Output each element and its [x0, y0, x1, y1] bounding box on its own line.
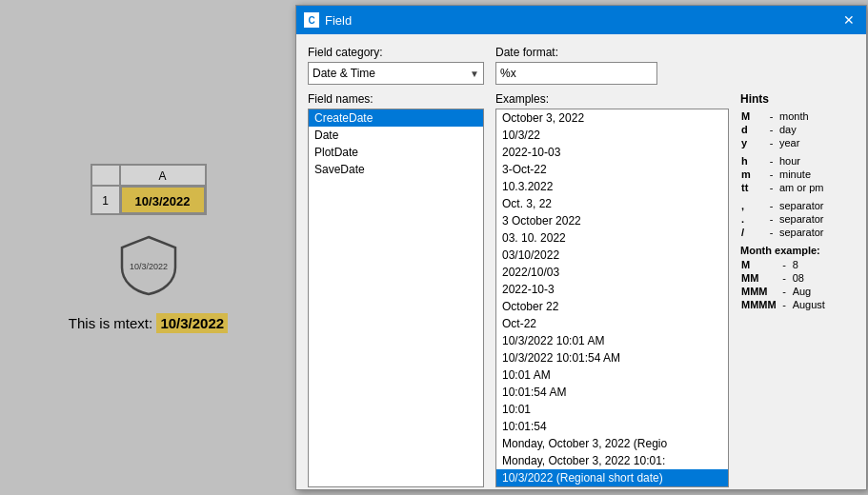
list-item[interactable]: PlotDate: [309, 144, 483, 161]
hint-row: d - day: [740, 123, 855, 136]
hint-dash: -: [764, 181, 778, 194]
hint-key: .: [740, 212, 764, 226]
list-item[interactable]: October 22: [496, 298, 728, 315]
mtext-line: This is mtext: 10/3/2022: [69, 315, 228, 331]
hint-key: m: [740, 168, 764, 181]
dropdown-arrow-icon: ▼: [470, 69, 479, 79]
list-item[interactable]: Monday, October 3, 2022 10:01:: [496, 452, 728, 469]
month-example-row: MMM - Aug: [740, 285, 855, 298]
hint-row: M - month: [740, 109, 855, 123]
list-item[interactable]: 3 October 2022: [496, 212, 728, 229]
examples-section: Examples: October 3, 202210/3/222022-10-…: [495, 92, 729, 487]
hint-row: , - separator: [740, 199, 855, 212]
month-example-title: Month example:: [740, 245, 855, 256]
shield-icon: 10/3/2022: [115, 234, 182, 296]
hint-val: year: [778, 136, 855, 149]
hint-val: separator: [778, 226, 855, 239]
field-category-dropdown[interactable]: Date & Time ▼: [308, 62, 484, 85]
examples-label: Examples:: [495, 92, 729, 106]
list-item[interactable]: 10.3.2022: [496, 178, 728, 195]
list-item[interactable]: 10:01: [496, 401, 728, 418]
list-item[interactable]: 10:01 AM: [496, 366, 728, 384]
list-item[interactable]: 10/3/2022 10:01 AM: [496, 332, 728, 349]
field-category-value: Date & Time: [313, 67, 375, 80]
hint-key: /: [740, 226, 764, 239]
list-item[interactable]: 10/3/2022 (Regional short date): [496, 469, 728, 486]
mtext-date: 10/3/2022: [156, 313, 228, 333]
month-key: MM: [740, 271, 777, 285]
month-val: Aug: [792, 285, 855, 298]
hint-val: separator: [778, 199, 855, 212]
list-item[interactable]: 10:01:54 AM: [496, 384, 728, 401]
hint-row: / - separator: [740, 226, 855, 239]
hint-row: m - minute: [740, 168, 855, 181]
list-item[interactable]: 3-Oct-22: [496, 161, 728, 178]
hint-dash: -: [764, 154, 778, 168]
hint-val: separator: [778, 212, 855, 226]
month-example-row: MM - 08: [740, 271, 855, 285]
hint-dash: -: [764, 226, 778, 239]
field-category-label: Field category:: [308, 46, 484, 59]
list-item[interactable]: Monday, October 3, 2022 (Regio: [496, 435, 728, 452]
top-row: Field category: Date & Time ▼ Date forma…: [308, 46, 855, 85]
svg-text:10/3/2022: 10/3/2022: [129, 262, 167, 271]
cell-header-a: A: [120, 165, 206, 186]
dialog-icon: C: [304, 12, 319, 28]
field-names-label: Field names:: [308, 92, 484, 106]
hints-table: M - monthd - dayy - yearh -: [740, 109, 855, 239]
hints-title: Hints: [740, 92, 855, 106]
cell-date-value: 10/3/2022: [120, 186, 206, 214]
list-item[interactable]: 03. 10. 2022: [496, 229, 728, 247]
hint-row: . - separator: [740, 212, 855, 226]
hint-dash: -: [764, 212, 778, 226]
list-item[interactable]: October 3, 2022: [496, 109, 728, 127]
hint-row: y - year: [740, 136, 855, 149]
hint-val: hour: [778, 154, 855, 168]
field-names-section: Field names: CreateDateDatePlotDateSaveD…: [308, 92, 484, 487]
month-examples-table: M - 8MM - 08MMM - AugMMMM - August: [740, 258, 855, 311]
list-item[interactable]: SaveDate: [309, 161, 483, 178]
mtext-label: This is mtext:: [69, 315, 152, 331]
date-format-input[interactable]: [495, 62, 657, 85]
title-bar-left: C Field: [304, 12, 352, 28]
month-dash: -: [777, 285, 792, 298]
hint-val: day: [778, 123, 855, 136]
dialog-title: Field: [325, 13, 352, 28]
close-button[interactable]: ✕: [839, 10, 858, 30]
list-item[interactable]: 2022-10-3: [496, 281, 728, 298]
hint-key: h: [740, 154, 764, 168]
hint-key: d: [740, 123, 764, 136]
field-names-list[interactable]: CreateDateDatePlotDateSaveDate: [308, 109, 484, 487]
month-val: August: [792, 298, 855, 311]
month-val: 08: [792, 271, 855, 285]
list-item[interactable]: 10/3/2022 10:01:54 AM: [496, 349, 728, 366]
month-key: MMM: [740, 285, 777, 298]
list-item[interactable]: 2022/10/03: [496, 264, 728, 281]
canvas-area: A 1 10/3/2022 10/3/2022 This is mtext: 1…: [0, 0, 296, 495]
hints-section: Hints M - monthd - dayy - yearh: [740, 92, 855, 487]
list-item[interactable]: 03/10/2022: [496, 247, 728, 264]
hint-key: M: [740, 109, 764, 123]
field-category-section: Field category: Date & Time ▼: [308, 46, 484, 85]
hint-dash: -: [764, 123, 778, 136]
list-item[interactable]: 2022-10-03: [496, 144, 728, 161]
title-bar: C Field ✕: [296, 6, 866, 34]
hint-dash: -: [764, 168, 778, 181]
list-item[interactable]: Date: [309, 127, 483, 144]
month-key: M: [740, 258, 777, 271]
examples-list[interactable]: October 3, 202210/3/222022-10-033-Oct-22…: [495, 109, 729, 487]
list-item[interactable]: 10/3/22: [496, 127, 728, 144]
list-item[interactable]: 10:01:54: [496, 418, 728, 435]
middle-row: Field names: CreateDateDatePlotDateSaveD…: [308, 92, 855, 487]
field-dialog: C Field ✕ Field category: Date & Time ▼ …: [295, 5, 867, 490]
list-item[interactable]: Oct. 3, 22: [496, 195, 728, 212]
cell-blank: [91, 165, 120, 186]
hint-dash: -: [764, 109, 778, 123]
date-format-label: Date format:: [495, 46, 657, 59]
list-item[interactable]: Oct-22: [496, 315, 728, 332]
list-item[interactable]: CreateDate: [309, 109, 483, 127]
month-dash: -: [777, 298, 792, 311]
hint-val: minute: [778, 168, 855, 181]
hint-key: y: [740, 136, 764, 149]
spreadsheet-preview: A 1 10/3/2022: [91, 164, 207, 215]
